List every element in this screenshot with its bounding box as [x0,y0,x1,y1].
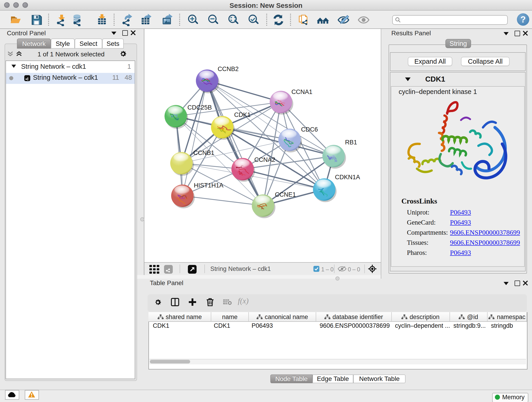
svg-text:CCNA2: CCNA2 [254,156,275,163]
svg-text:CCNB2: CCNB2 [218,65,239,72]
svg-text:CCNA1: CCNA1 [291,89,312,95]
svg-text:CCNE1: CCNE1 [275,191,296,198]
svg-text:CDK1: CDK1 [234,111,251,118]
svg-text:RB1: RB1 [345,139,357,146]
svg-text:CCNB1: CCNB1 [193,149,215,156]
svg-text:CDC6: CDC6 [301,126,318,133]
svg-text:CDC25B: CDC25B [187,104,212,111]
svg-text:HIST1H1A: HIST1H1A [194,182,223,189]
svg-text:CDKN1A: CDKN1A [335,174,360,181]
